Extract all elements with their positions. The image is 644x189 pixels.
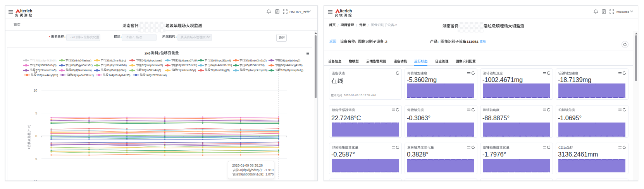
svg-text:10: 10	[34, 89, 38, 92]
svg-text:-5: -5	[34, 157, 37, 161]
svg-text:14: 14	[34, 70, 38, 74]
svg-text:0: 0	[35, 134, 37, 138]
svg-text:5: 5	[35, 111, 37, 115]
svg-text:-10: -10	[33, 179, 38, 181]
